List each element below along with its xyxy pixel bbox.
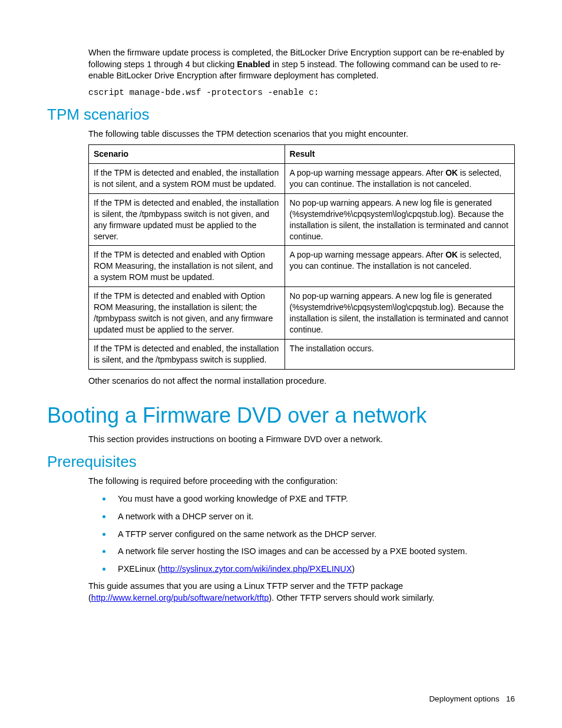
tpm-after: Other scenarios do not affect the normal… bbox=[88, 375, 515, 387]
cell-scenario: If the TPM is detected and enabled, the … bbox=[89, 164, 285, 194]
footer-section: Deployment options bbox=[429, 694, 499, 703]
text: ). Other TFTP servers should work simila… bbox=[269, 593, 434, 602]
cell-result: No pop-up warning appears. A new log fil… bbox=[285, 193, 514, 246]
tpm-table: Scenario Result If the TPM is detected a… bbox=[88, 144, 515, 369]
cell-scenario: If the TPM is detected and enabled with … bbox=[89, 287, 285, 340]
list-item: A network with a DHCP server on it. bbox=[112, 509, 515, 523]
cell-result: A pop-up warning message appears. After … bbox=[285, 164, 514, 194]
pxelinux-link[interactable]: http://syslinux.zytor.com/wiki/index.php… bbox=[161, 564, 352, 574]
list-item: PXELinux (http://syslinux.zytor.com/wiki… bbox=[112, 562, 515, 576]
boot-lead: This section provides instructions on bo… bbox=[88, 434, 515, 446]
cell-scenario: If the TPM is detected and enabled, the … bbox=[89, 193, 285, 246]
footer-page: 16 bbox=[506, 694, 515, 703]
cell-result: A pop-up warning message appears. After … bbox=[285, 246, 514, 287]
tpm-scenarios-heading: TPM scenarios bbox=[47, 106, 515, 124]
booting-heading: Booting a Firmware DVD over a network bbox=[47, 403, 515, 428]
col-result: Result bbox=[285, 145, 514, 164]
prerequisites-heading: Prerequisites bbox=[47, 453, 515, 471]
page-footer: Deployment options 16 bbox=[429, 694, 515, 703]
text: ) bbox=[352, 564, 355, 574]
cell-scenario: If the TPM is detected and enabled with … bbox=[89, 246, 285, 287]
text: PXELinux ( bbox=[118, 564, 161, 574]
prereq-lead: The following is required before proceed… bbox=[88, 476, 515, 487]
table-row: If the TPM is detected and enabled with … bbox=[89, 246, 515, 287]
table-header-row: Scenario Result bbox=[89, 145, 515, 164]
tftp-link[interactable]: http://www.kernel.org/pub/software/netwo… bbox=[91, 593, 269, 602]
cell-result: The installation occurs. bbox=[285, 339, 514, 369]
table-row: If the TPM is detected and enabled, the … bbox=[89, 339, 515, 369]
code-block: cscript manage-bde.wsf -protectors -enab… bbox=[88, 88, 515, 97]
col-scenario: Scenario bbox=[89, 145, 285, 164]
bitlocker-paragraph: When the firmware update process is comp… bbox=[88, 47, 515, 82]
list-item: A network file server hosting the ISO im… bbox=[112, 544, 515, 558]
prereq-list: You must have a good working knowledge o… bbox=[88, 492, 515, 576]
prereq-foot: This guide assumes that you are using a … bbox=[88, 581, 515, 604]
cell-result: No pop-up warning appears. A new log fil… bbox=[285, 287, 514, 340]
list-item: You must have a good working knowledge o… bbox=[112, 492, 515, 506]
table-row: If the TPM is detected and enabled, the … bbox=[89, 193, 515, 246]
list-item: A TFTP server configured on the same net… bbox=[112, 527, 515, 541]
table-row: If the TPM is detected and enabled, the … bbox=[89, 164, 515, 194]
enabled-bold: Enabled bbox=[237, 60, 270, 69]
cell-scenario: If the TPM is detected and enabled, the … bbox=[89, 339, 285, 369]
tpm-lead: The following table discusses the TPM de… bbox=[88, 129, 515, 140]
table-row: If the TPM is detected and enabled with … bbox=[89, 287, 515, 340]
